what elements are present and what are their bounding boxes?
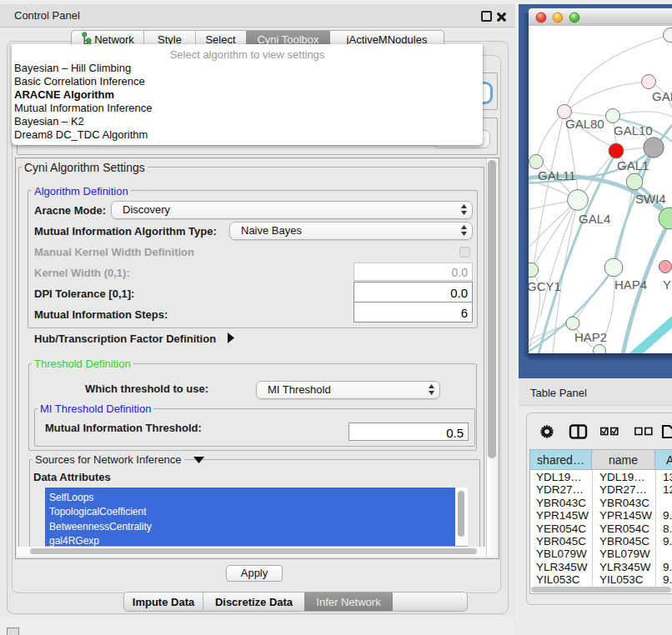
svg-text:GCY1: GCY1 xyxy=(529,279,561,293)
svg-text:Y: Y xyxy=(663,278,671,292)
svg-text:GAL4: GAL4 xyxy=(579,212,610,226)
svg-text:SWI4: SWI4 xyxy=(635,192,666,206)
svg-text:GAL80: GAL80 xyxy=(565,117,604,131)
svg-text:HAP4: HAP4 xyxy=(614,278,647,292)
svg-text:HAP2: HAP2 xyxy=(574,330,607,344)
svg-text:GAL11: GAL11 xyxy=(538,168,576,182)
svg-text:GAL7: GAL7 xyxy=(652,89,672,103)
svg-text:GAL10: GAL10 xyxy=(614,123,653,138)
svg-text:GAL1: GAL1 xyxy=(617,158,649,172)
